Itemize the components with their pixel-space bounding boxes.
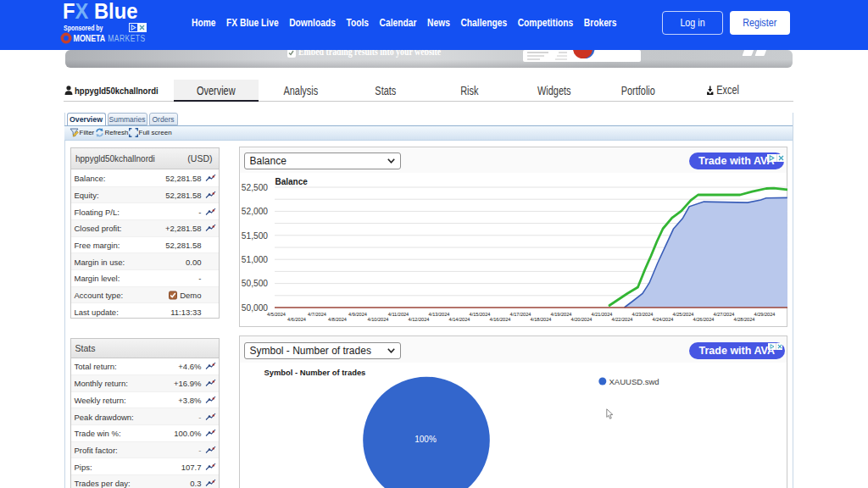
svg-text:4/15/2024: 4/15/2024 bbox=[470, 312, 491, 317]
svg-text:4/23/2024: 4/23/2024 bbox=[632, 312, 654, 317]
svg-text:4/9/2024: 4/9/2024 bbox=[348, 312, 367, 317]
svg-text:4/12/2024: 4/12/2024 bbox=[409, 317, 430, 322]
svg-text:4/10/2024: 4/10/2024 bbox=[368, 317, 389, 322]
svg-text:50,500: 50,500 bbox=[242, 279, 268, 288]
svg-text:100%: 100% bbox=[415, 435, 437, 444]
svg-text:Symbol - Number of trades: Symbol - Number of trades bbox=[264, 368, 366, 377]
svg-text:51,500: 51,500 bbox=[242, 231, 268, 241]
svg-text:4/24/2024: 4/24/2024 bbox=[653, 317, 674, 322]
svg-text:4/29/2024: 4/29/2024 bbox=[754, 312, 776, 317]
svg-text:4/20/2024: 4/20/2024 bbox=[571, 317, 593, 322]
svg-text:4/8/2024: 4/8/2024 bbox=[328, 317, 347, 322]
svg-text:4/18/2024: 4/18/2024 bbox=[531, 317, 552, 322]
svg-text:52,500: 52,500 bbox=[242, 183, 268, 192]
svg-text:4/17/2024: 4/17/2024 bbox=[510, 312, 531, 317]
svg-text:4/6/2024: 4/6/2024 bbox=[287, 317, 306, 322]
svg-text:4/22/2024: 4/22/2024 bbox=[612, 317, 633, 322]
svg-text:51,000: 51,000 bbox=[242, 255, 268, 264]
svg-text:4/21/2024: 4/21/2024 bbox=[592, 312, 613, 317]
svg-text:4/16/2024: 4/16/2024 bbox=[490, 317, 511, 322]
svg-text:52,000: 52,000 bbox=[242, 207, 268, 216]
svg-text:4/27/2024: 4/27/2024 bbox=[714, 312, 735, 317]
svg-text:50,000: 50,000 bbox=[242, 303, 268, 313]
svg-text:4/28/2024: 4/28/2024 bbox=[734, 317, 755, 322]
svg-text:4/11/2024: 4/11/2024 bbox=[388, 312, 409, 317]
svg-text:4/7/2024: 4/7/2024 bbox=[308, 312, 326, 317]
svg-text:4/13/2024: 4/13/2024 bbox=[429, 312, 450, 317]
svg-text:4/26/2024: 4/26/2024 bbox=[693, 317, 715, 322]
svg-text:4/5/2024: 4/5/2024 bbox=[267, 312, 286, 317]
svg-text:XAUUSD.swd: XAUUSD.swd bbox=[609, 377, 659, 386]
svg-text:Balance: Balance bbox=[275, 177, 309, 186]
svg-text:4/25/2024: 4/25/2024 bbox=[673, 312, 694, 317]
svg-text:4/19/2024: 4/19/2024 bbox=[551, 312, 572, 317]
svg-text:4/14/2024: 4/14/2024 bbox=[449, 317, 470, 322]
